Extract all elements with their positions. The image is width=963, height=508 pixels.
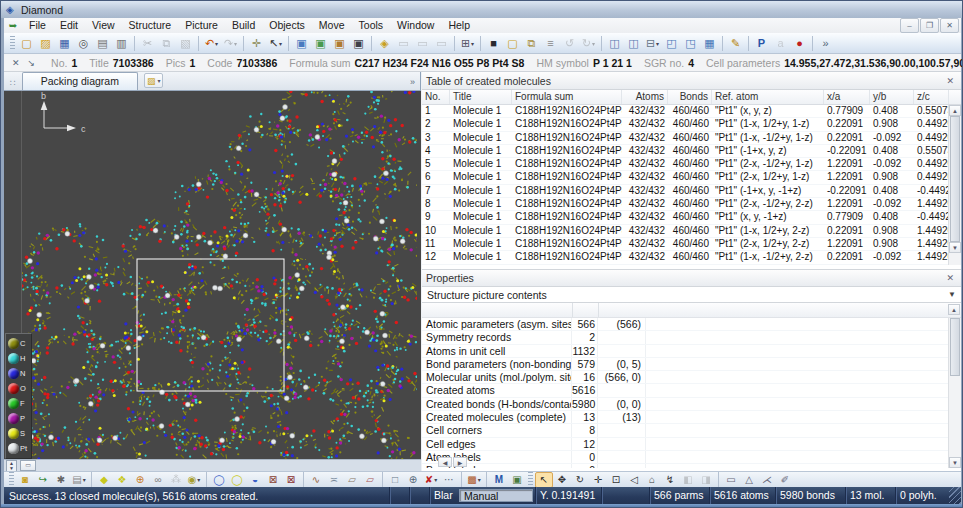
menu-edit[interactable]: Edit — [53, 18, 85, 33]
tab-packing-diagram[interactable]: Packing diagram — [22, 72, 138, 90]
color-scheme-button[interactable]: ▩▾ — [465, 472, 483, 488]
scroll-thumb[interactable] — [950, 116, 960, 242]
legend-item-h[interactable]: H — [6, 351, 31, 366]
column-header-y-b[interactable]: y/b — [870, 90, 914, 104]
property-row[interactable]: Created atoms5616 — [422, 384, 961, 397]
chart-table-button[interactable]: ▦ — [700, 34, 719, 53]
menu-help[interactable]: Help — [441, 18, 477, 33]
minimize-button[interactable]: – — [900, 18, 919, 33]
duplicate-picture-button[interactable]: ⧉ — [522, 34, 541, 53]
legend-item-o[interactable]: O — [6, 381, 31, 396]
column-header-formula-sum[interactable]: Formula sum — [512, 90, 622, 104]
draw-cell-button[interactable]: □ — [386, 472, 404, 488]
column-header-no-[interactable]: No. — [422, 90, 450, 104]
molecule-row[interactable]: 10Molecule 1C188H192N16O24Pt4P8432/43246… — [422, 225, 961, 238]
build-tools-button[interactable]: ✱ — [52, 472, 70, 488]
fill-slab-button[interactable]: ◒ — [246, 472, 264, 488]
menu-window[interactable]: Window — [390, 18, 441, 33]
scroll-up-button[interactable]: ▲ — [949, 105, 961, 116]
menu-build[interactable]: Build — [225, 18, 262, 33]
add-bond-button[interactable]: ⊕ — [131, 472, 149, 488]
molecule-row[interactable]: 7Molecule 1C188H192N16O24Pt4P8432/432460… — [422, 185, 961, 198]
close-icon[interactable]: ✕ — [943, 76, 957, 86]
add-atoms-button[interactable]: ❖ — [113, 472, 131, 488]
data-table-button[interactable]: ⊞▾ — [458, 34, 477, 53]
picture-copy-button[interactable]: ▣ — [311, 34, 330, 53]
molecule-row[interactable]: 2Molecule 1C188H192N16O24Pt4P8432/432460… — [422, 118, 961, 131]
dock-arrow-icon[interactable]: ↘ — [24, 58, 40, 68]
open-file-icon[interactable]: ➥ — [4, 20, 22, 31]
menu-structure[interactable]: Structure — [122, 18, 179, 33]
destroy-polyhedra-button[interactable]: ▱ — [361, 472, 379, 488]
column-header-x-a[interactable]: x/a — [824, 90, 870, 104]
picture-mode-button[interactable]: ▣ — [508, 472, 526, 488]
fill-unit-cell-button[interactable]: ◯ — [210, 472, 228, 488]
destroy-molecules-button[interactable]: ⊠ — [282, 472, 300, 488]
legend-item-s[interactable]: S — [6, 426, 31, 441]
select-mode-button[interactable]: ↖ — [535, 472, 553, 488]
rotate-mode-button[interactable]: ↻ — [571, 472, 589, 488]
record-video-button[interactable]: ● — [790, 34, 809, 53]
scroll-right-button[interactable]: ▶ — [453, 457, 467, 467]
print-button[interactable]: ▥ — [112, 34, 131, 53]
frame-spinner[interactable]: ▲▼ — [6, 460, 17, 472]
picture-menu-button[interactable]: ▤▾ — [70, 472, 88, 488]
close-dataset-icon[interactable]: ✕ — [8, 58, 24, 68]
measure-distance-button[interactable]: ▭ — [722, 472, 740, 488]
new-picture-tab-button[interactable]: ▨ ▾ — [144, 73, 164, 88]
close-button[interactable]: ✕ — [940, 18, 959, 33]
property-row[interactable]: Bond parameters (non-bonding contacts, .… — [422, 358, 961, 371]
molecule-row[interactable]: 11Molecule 1C188H192N16O24Pt4P8432/43246… — [422, 238, 961, 251]
legend-item-n[interactable]: N — [6, 366, 31, 381]
translate-mode-button[interactable]: ✛ — [589, 472, 607, 488]
panel-grid-button[interactable]: ⊟▾ — [643, 34, 662, 53]
fill-sphere-button[interactable]: ◯ — [228, 472, 246, 488]
property-row[interactable]: Molecular units (mol./polym. sites)16(56… — [422, 371, 961, 384]
title-bar[interactable]: ◈ Diamond — [1, 1, 962, 18]
picture-undo-button[interactable]: ▣ — [330, 34, 349, 53]
menu-objects[interactable]: Objects — [262, 18, 312, 33]
quick-build-button[interactable]: ✎ — [726, 34, 745, 53]
destroy-all-button[interactable]: ✘▾ — [422, 472, 440, 488]
save-picture-button[interactable]: ◈ — [375, 34, 394, 53]
pan-button[interactable]: ✛ — [247, 34, 266, 53]
measure-torsion-button[interactable]: ⋌ — [758, 472, 776, 488]
molecule-row[interactable]: 5Molecule 1C188H192N16O24Pt4P8432/432460… — [422, 158, 961, 171]
select-pointer-button[interactable]: ↖▾ — [266, 34, 285, 53]
spin-down-icon[interactable]: ▼ — [7, 466, 16, 471]
properties-selector[interactable]: Structure picture contents ▼ — [422, 287, 961, 303]
molecule-row[interactable]: 12Molecule 1C188H192N16O24Pt4P8432/43246… — [422, 251, 961, 264]
molecules-scrollbar[interactable]: ▲▼ — [948, 105, 961, 265]
legend-item-pt[interactable]: Pt — [6, 441, 31, 456]
property-row[interactable]: Atomic parameters (asym. sites)566(566) — [422, 318, 961, 331]
property-row[interactable]: Symmetry records2 — [422, 331, 961, 344]
walk-mode-button[interactable]: ↯ — [661, 472, 679, 488]
column-header-ref-atom[interactable]: Ref. atom — [712, 90, 824, 104]
top-view-mode-button[interactable]: ⌂ — [643, 472, 661, 488]
property-row[interactable]: Atom labels0 — [422, 451, 961, 464]
new-picture-button[interactable]: ▢ — [503, 34, 522, 53]
scroll-left-button[interactable]: ◀ — [438, 457, 452, 467]
panel-navigator-button[interactable]: ◫ — [605, 34, 624, 53]
broken-molecules-button[interactable]: ⊠ — [264, 472, 282, 488]
tab-overflow-chevron[interactable]: » — [410, 77, 420, 90]
legend-item-f[interactable]: F — [6, 396, 31, 411]
molecules-panel-header[interactable]: Table of created molecules ✕ — [422, 72, 961, 90]
create-contacts-button[interactable]: ≍ — [325, 472, 343, 488]
legend-item-c[interactable]: C — [6, 336, 31, 351]
property-row[interactable]: Created bonds (H-bonds/contacts)5980(0, … — [422, 398, 961, 411]
panel-data-button[interactable]: ◫ — [624, 34, 643, 53]
properties-scrollbar[interactable]: ▼ — [948, 318, 961, 468]
set-origin-button[interactable]: ⊕ — [404, 472, 422, 488]
property-row[interactable]: Atoms in unit cell1132 — [422, 345, 961, 358]
column-header-bonds[interactable]: Bonds — [668, 90, 712, 104]
print-preview-button[interactable]: ▤ — [93, 34, 112, 53]
measure-free-button[interactable]: ✐ — [776, 472, 794, 488]
measure-angle-button[interactable]: △ — [740, 472, 758, 488]
close-icon[interactable]: ✕ — [943, 273, 957, 283]
scroll-thumb[interactable] — [950, 318, 960, 376]
molecule-row[interactable]: 8Molecule 1C188H192N16O24Pt4P8432/432460… — [422, 198, 961, 211]
picture-props-button[interactable]: ▣ — [349, 34, 368, 53]
apply-picture-button[interactable]: ◙ — [16, 472, 34, 488]
connect-atoms-button[interactable]: ∞ — [149, 472, 167, 488]
